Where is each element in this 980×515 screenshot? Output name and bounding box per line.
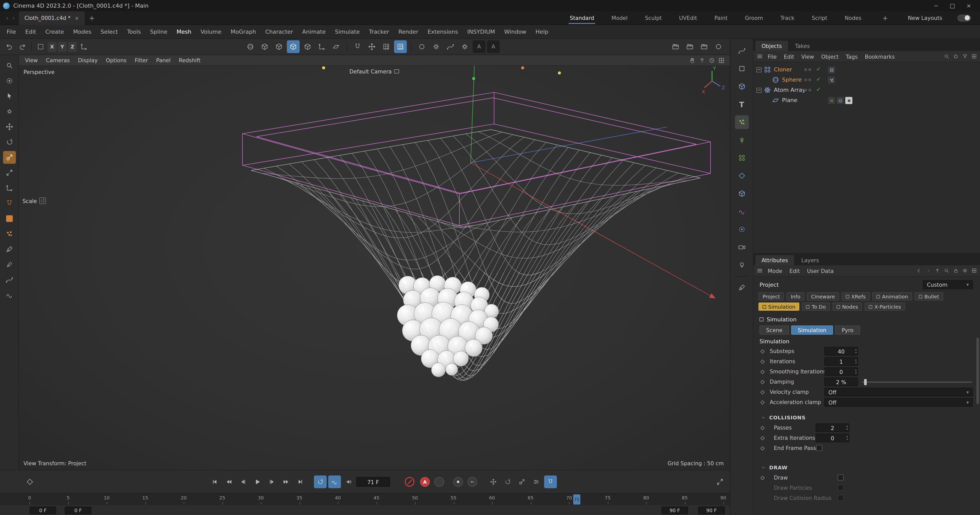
menu-item[interactable]: Create xyxy=(41,28,68,35)
viewport-canvas[interactable]: YXZ Perspective Default Camera Scale Vie… xyxy=(19,66,730,470)
enabled-check-icon[interactable]: ✓ xyxy=(816,86,821,93)
previous-key-button[interactable] xyxy=(223,475,235,488)
category-tab[interactable]: XRefs xyxy=(842,292,870,300)
attributes-menu-item[interactable]: User Data xyxy=(803,267,837,274)
draw-checkbox[interactable] xyxy=(838,474,844,480)
rotate-tool-icon[interactable] xyxy=(3,136,16,148)
menu-item[interactable]: MoGraph xyxy=(226,28,261,35)
lock-y-axis-button[interactable]: Y xyxy=(57,41,67,52)
history-back-icon[interactable] xyxy=(916,268,922,273)
visibility-dots[interactable] xyxy=(804,79,811,81)
record-rotation-button[interactable] xyxy=(501,475,514,488)
menu-item[interactable]: Simulate xyxy=(330,28,364,35)
viewport-menu-item[interactable]: Cameras xyxy=(42,57,74,63)
lock-z-axis-button[interactable]: Z xyxy=(67,41,78,52)
maximize-button[interactable]: □ xyxy=(944,0,961,11)
objects-menu-item[interactable]: View xyxy=(798,53,818,59)
pan-view-icon[interactable] xyxy=(689,57,696,64)
settings-icon[interactable] xyxy=(962,268,968,273)
filter-icon[interactable] xyxy=(962,54,968,59)
viewport-menu-item[interactable]: Filter xyxy=(130,57,152,63)
objects-menu-item[interactable]: Tags xyxy=(842,53,861,59)
damping-field[interactable]: 2 % xyxy=(824,378,858,386)
attributes-menu-item[interactable]: Edit xyxy=(786,267,803,274)
lock-x-axis-button[interactable]: X xyxy=(47,41,57,52)
sketch-tool-button[interactable] xyxy=(735,281,749,294)
objects-menu-item[interactable]: File xyxy=(764,53,780,59)
burger-menu-icon[interactable] xyxy=(756,53,763,60)
layout-tab[interactable]: Standard xyxy=(569,12,595,24)
tab-close-icon[interactable]: × xyxy=(75,15,79,21)
extra-iterations-field[interactable]: 0▴▾ xyxy=(816,434,850,442)
keyframe-diamond-icon[interactable] xyxy=(760,476,765,480)
keyframe-diamond-icon[interactable] xyxy=(760,436,765,440)
burger-menu-icon[interactable] xyxy=(756,267,763,274)
category-tab[interactable]: Project xyxy=(759,292,784,300)
passes-field[interactable]: 2▴▾ xyxy=(816,423,850,432)
enable-snap-icon[interactable] xyxy=(351,40,364,53)
viewport-menu-item[interactable]: Panel xyxy=(152,57,175,63)
manager-tab[interactable]: Layers xyxy=(795,255,825,265)
segment-button[interactable]: Pyro xyxy=(835,326,860,335)
field-button[interactable] xyxy=(735,223,749,236)
tab-scroll-left-icon[interactable]: ‹ xyxy=(4,14,11,21)
substeps-field[interactable]: 40▴▾ xyxy=(824,347,858,356)
object-mode-icon[interactable] xyxy=(258,40,271,53)
draw-collision-radius-checkbox[interactable] xyxy=(838,495,844,501)
timeline-ruler[interactable]: 05101520253035404550556065707580859071 xyxy=(0,494,730,505)
particle-group-button[interactable] xyxy=(735,115,749,129)
split-view-icon[interactable] xyxy=(718,57,725,64)
category-tab[interactable]: Nodes xyxy=(832,302,862,311)
expander-icon[interactable]: − xyxy=(756,87,762,92)
menu-item[interactable]: Window xyxy=(500,28,531,35)
play-sound-button[interactable] xyxy=(328,475,341,488)
menu-item[interactable]: Help xyxy=(531,28,553,35)
timeline-marker-button[interactable] xyxy=(24,475,36,488)
tool-settings-icon[interactable] xyxy=(458,40,471,53)
coordinate-tool-icon[interactable] xyxy=(3,181,16,194)
world-grid-toggle-icon[interactable] xyxy=(415,40,428,53)
move-tool-icon[interactable] xyxy=(3,121,16,133)
snap-keyframe-button[interactable] xyxy=(544,475,557,488)
document-tab[interactable]: Cloth_0001.c4d * × xyxy=(19,11,85,25)
autokey-button[interactable]: A xyxy=(420,477,430,487)
object-row-sphere[interactable]: Sphere ✓ xyxy=(753,75,980,85)
modeling-settings-icon[interactable] xyxy=(430,40,442,53)
search-icon[interactable] xyxy=(944,268,950,273)
home-icon[interactable] xyxy=(953,54,959,59)
record-keyframe-button[interactable] xyxy=(405,477,414,487)
interactive-render-region-button[interactable] xyxy=(712,40,725,53)
menu-item[interactable]: Edit xyxy=(21,28,41,35)
record-parameter-button[interactable] xyxy=(530,475,542,488)
category-tab[interactable]: Simulation xyxy=(759,302,800,311)
keyframe-selection-filter-button[interactable] xyxy=(434,477,444,487)
category-tab[interactable]: Cineware xyxy=(807,292,839,300)
goto-end-button[interactable] xyxy=(294,475,307,488)
preview-start-field[interactable]: 0 F xyxy=(65,506,91,514)
view-label[interactable]: Perspective xyxy=(24,69,55,75)
menu-item[interactable]: Mesh xyxy=(172,28,196,35)
layout-tab[interactable]: UVEdit xyxy=(678,12,698,24)
grid-snap-icon[interactable] xyxy=(394,40,407,53)
attributes-menu-item[interactable]: Mode xyxy=(764,267,786,274)
menu-item[interactable]: Tracker xyxy=(364,28,394,35)
spinner-icon[interactable]: ▴▾ xyxy=(846,424,848,431)
modeling-mode-icon[interactable] xyxy=(244,40,257,53)
texture-mode-icon[interactable] xyxy=(272,40,285,53)
lock-icon[interactable] xyxy=(953,268,959,273)
live-selection-tool-icon[interactable] xyxy=(3,75,16,87)
phong-tag-icon[interactable] xyxy=(837,97,844,104)
text-primitive-button[interactable]: T xyxy=(735,97,749,111)
collider-tag-icon[interactable] xyxy=(845,97,853,104)
tab-scroll-right-icon[interactable]: › xyxy=(11,14,17,21)
annotate-b-icon[interactable]: A xyxy=(487,40,500,53)
brush-tool-icon[interactable] xyxy=(3,243,16,256)
objects-menu-item[interactable]: Object xyxy=(818,53,842,59)
object-row-atom-array[interactable]: − Atom Array ✓ xyxy=(753,85,980,95)
xparticles-tag-icon[interactable] xyxy=(828,97,835,104)
viewport-menu-item[interactable]: View xyxy=(21,57,42,63)
keyframe-diamond-icon[interactable] xyxy=(760,390,765,394)
record-position-button[interactable] xyxy=(487,475,500,488)
object-row-plane[interactable]: Plane xyxy=(753,95,980,106)
add-layout-button[interactable]: + xyxy=(878,14,892,22)
